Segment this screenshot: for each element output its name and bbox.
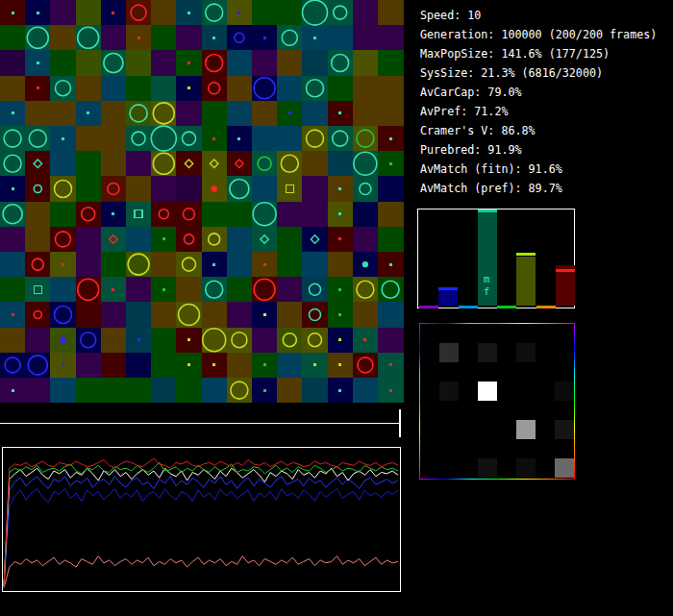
world-cell[interactable] [25, 328, 51, 354]
organism-marker[interactable] [212, 137, 215, 140]
world-cell[interactable] [353, 25, 379, 51]
world-cell[interactable] [76, 277, 102, 303]
organism-marker[interactable] [12, 313, 14, 316]
world-cell[interactable] [277, 0, 303, 26]
world-canvas[interactable] [0, 0, 404, 403]
world-cell[interactable] [126, 302, 152, 328]
world-cell[interactable] [353, 101, 379, 127]
world-cell[interactable] [76, 353, 102, 379]
world-cell[interactable] [252, 328, 278, 354]
world-cell[interactable] [227, 151, 253, 177]
world-cell[interactable] [126, 0, 152, 26]
world-cell[interactable] [25, 378, 51, 403]
world-cell[interactable] [328, 0, 354, 26]
world-cell[interactable] [76, 76, 102, 102]
world-cell[interactable] [101, 353, 127, 379]
world-cell[interactable] [353, 0, 379, 26]
organism-marker[interactable] [12, 12, 14, 14]
organism-marker[interactable] [263, 389, 266, 392]
organism-marker[interactable] [62, 137, 64, 140]
world-cell[interactable] [252, 151, 278, 177]
organism-marker[interactable] [12, 389, 14, 392]
world-cell[interactable] [302, 202, 328, 228]
world-cell[interactable] [227, 227, 253, 253]
organism-marker[interactable] [37, 86, 39, 89]
world-cell[interactable] [101, 328, 127, 354]
world-cell[interactable] [126, 176, 152, 202]
world-cell[interactable] [227, 277, 253, 303]
world-cell[interactable] [126, 50, 152, 76]
world-cell[interactable] [151, 50, 177, 76]
world-cell[interactable] [126, 151, 152, 177]
world-cell[interactable] [0, 277, 26, 303]
world-cell[interactable] [151, 101, 177, 127]
world-cell[interactable] [176, 252, 202, 278]
world-cell[interactable] [0, 50, 26, 76]
world-cell[interactable] [50, 151, 76, 177]
world-cell[interactable] [328, 151, 354, 177]
world-cell[interactable] [76, 202, 102, 228]
world-cell[interactable] [252, 0, 278, 26]
world-cell[interactable] [126, 277, 152, 303]
world-cell[interactable] [227, 252, 253, 278]
world-cell[interactable] [50, 25, 76, 51]
world-cell[interactable] [101, 378, 127, 403]
world-cell[interactable] [76, 252, 102, 278]
world-cell[interactable] [76, 0, 102, 26]
organism-marker[interactable] [237, 12, 240, 14]
organism-marker[interactable] [338, 363, 341, 366]
world-cell[interactable] [277, 277, 303, 303]
world-cell[interactable] [25, 151, 51, 177]
world-cell[interactable] [0, 328, 26, 354]
world-cell[interactable] [0, 227, 26, 253]
world-cell[interactable] [277, 378, 303, 403]
world-cell[interactable] [353, 176, 379, 202]
organism-marker[interactable] [87, 111, 89, 114]
organism-marker[interactable] [60, 337, 65, 343]
world-cell[interactable] [176, 302, 202, 328]
world-cell[interactable] [50, 0, 76, 26]
world-cell[interactable] [76, 328, 102, 354]
organism-marker[interactable] [338, 212, 341, 215]
world-cell[interactable] [151, 0, 177, 26]
world-cell[interactable] [202, 302, 228, 328]
world-cell[interactable] [126, 202, 152, 228]
world-cell[interactable] [302, 50, 328, 76]
world-cell[interactable] [277, 76, 303, 102]
world-cell[interactable] [378, 76, 404, 102]
world-cell[interactable] [378, 202, 404, 228]
world-cell[interactable] [76, 50, 102, 76]
world-cell[interactable] [25, 25, 51, 51]
organism-marker[interactable] [389, 137, 392, 140]
world-cell[interactable] [176, 277, 202, 303]
world-cell[interactable] [76, 25, 102, 51]
world-cell[interactable] [101, 176, 127, 202]
world-cell[interactable] [25, 252, 51, 278]
organism-marker[interactable] [389, 263, 392, 266]
world-cell[interactable] [202, 378, 228, 403]
organism-marker[interactable] [362, 261, 368, 267]
world-cell[interactable] [126, 227, 152, 253]
world-cell[interactable] [151, 176, 177, 202]
world-cell[interactable] [302, 302, 328, 328]
world-cell[interactable] [378, 0, 404, 26]
world-cell[interactable] [101, 302, 127, 328]
world-cell[interactable] [25, 101, 51, 127]
organism-marker[interactable] [313, 37, 316, 39]
world-cell[interactable] [176, 378, 202, 403]
world-cell[interactable] [202, 328, 228, 354]
organism-marker[interactable] [62, 363, 64, 366]
world-cell[interactable] [252, 277, 278, 303]
organism-marker[interactable] [338, 111, 341, 114]
organism-marker[interactable] [37, 62, 39, 64]
world-cell[interactable] [126, 126, 152, 152]
world-cell[interactable] [0, 252, 26, 278]
world-cell[interactable] [176, 202, 202, 228]
world-cell[interactable] [277, 202, 303, 228]
organism-marker[interactable] [162, 237, 165, 240]
organism-marker[interactable] [338, 187, 341, 190]
world-cell[interactable] [302, 328, 328, 354]
world-cell[interactable] [151, 252, 177, 278]
world-cell[interactable] [126, 378, 152, 403]
world-cell[interactable] [50, 277, 76, 303]
